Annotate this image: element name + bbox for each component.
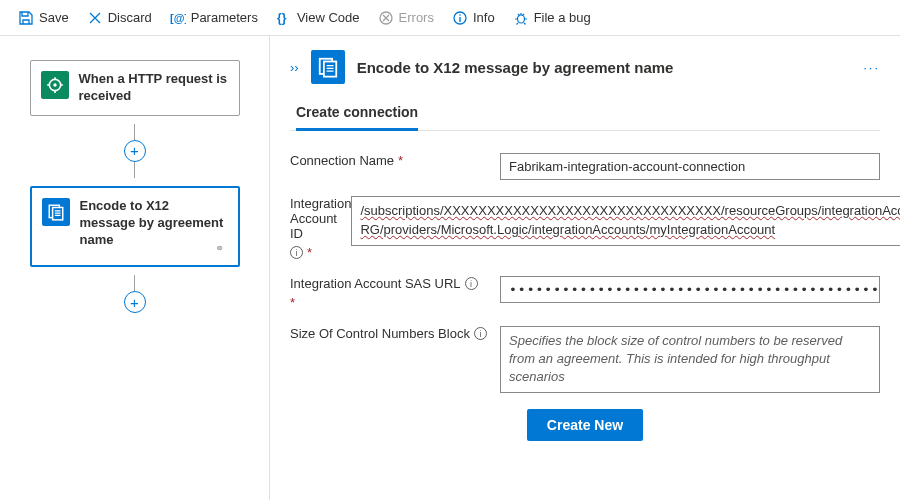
row-sas-url: Integration Account SAS URL i * ••••••••…	[290, 276, 880, 310]
input-connection-name[interactable]: Fabrikam-integration-account-connection	[500, 153, 880, 180]
braces-icon: {}	[276, 10, 292, 26]
row-account-id: Integration Account ID i * /subscription…	[290, 196, 880, 260]
info-tooltip-icon[interactable]: i	[465, 277, 478, 290]
svg-text:[@]: [@]	[170, 12, 186, 24]
add-step-button[interactable]: +	[124, 140, 146, 162]
info-tooltip-icon[interactable]: i	[290, 246, 303, 259]
save-label: Save	[39, 10, 69, 25]
row-connection-name: Connection Name* Fabrikam-integration-ac…	[290, 153, 880, 180]
label-block-size: Size Of Control Numbers Block i	[290, 326, 500, 341]
svg-rect-5	[459, 17, 460, 22]
step-http-trigger[interactable]: When a HTTP request is received	[30, 60, 240, 116]
info-icon	[452, 10, 468, 26]
discard-icon	[87, 10, 103, 26]
bug-button[interactable]: File a bug	[505, 6, 599, 30]
label-connection-name: Connection Name*	[290, 153, 500, 168]
step-encode-x12[interactable]: Encode to X12 message by agreement name …	[30, 186, 240, 268]
workflow-canvas: When a HTTP request is received + Encode…	[0, 36, 270, 500]
input-block-size[interactable]: Specifies the block size of control numb…	[500, 326, 880, 393]
add-step-button-2[interactable]: +	[124, 291, 146, 313]
toolbar: Save Discard [@] Parameters {} View Code…	[0, 0, 900, 36]
x12-icon	[42, 198, 70, 226]
panel-title: Encode to X12 message by agreement name	[357, 59, 674, 76]
panel-x12-icon	[311, 50, 345, 84]
info-button[interactable]: Info	[444, 6, 503, 30]
bug-icon	[513, 10, 529, 26]
parameters-label: Parameters	[191, 10, 258, 25]
discard-label: Discard	[108, 10, 152, 25]
errors-button[interactable]: Errors	[370, 6, 442, 30]
tab-create-connection[interactable]: Create connection	[296, 104, 418, 131]
step-http-label: When a HTTP request is received	[79, 71, 229, 105]
svg-point-4	[459, 14, 461, 16]
label-sas-url: Integration Account SAS URL i *	[290, 276, 500, 310]
svg-point-6	[517, 15, 524, 23]
connector-1: +	[12, 124, 257, 178]
input-account-id[interactable]: /subscriptions/XXXXXXXXXXXXXXXXXXXXXXXXX…	[351, 196, 900, 246]
step-x12-label: Encode to X12 message by agreement name	[80, 198, 228, 249]
label-account-id: Integration Account ID i *	[290, 196, 351, 260]
save-icon	[18, 10, 34, 26]
info-label: Info	[473, 10, 495, 25]
parameters-icon: [@]	[170, 10, 186, 26]
svg-point-8	[53, 83, 56, 86]
viewcode-button[interactable]: {} View Code	[268, 6, 368, 30]
row-block-size: Size Of Control Numbers Block i Specifie…	[290, 326, 880, 393]
panel-more-button[interactable]: ···	[863, 60, 880, 75]
save-button[interactable]: Save	[10, 6, 77, 30]
viewcode-label: View Code	[297, 10, 360, 25]
panel-header: ›› Encode to X12 message by agreement na…	[290, 50, 880, 84]
collapse-icon[interactable]: ››	[290, 60, 299, 75]
parameters-button[interactable]: [@] Parameters	[162, 6, 266, 30]
main: When a HTTP request is received + Encode…	[0, 36, 900, 500]
input-sas-url[interactable]: ••••••••••••••••••••••••••••••••••••••••…	[500, 276, 880, 303]
http-trigger-icon	[41, 71, 69, 99]
connector-2: +	[12, 275, 257, 313]
create-new-button[interactable]: Create New	[527, 409, 643, 441]
errors-icon	[378, 10, 394, 26]
errors-label: Errors	[399, 10, 434, 25]
svg-text:{}: {}	[277, 11, 287, 25]
bug-label: File a bug	[534, 10, 591, 25]
discard-button[interactable]: Discard	[79, 6, 160, 30]
info-tooltip-icon[interactable]: i	[474, 327, 487, 340]
details-panel: ›› Encode to X12 message by agreement na…	[270, 36, 900, 500]
